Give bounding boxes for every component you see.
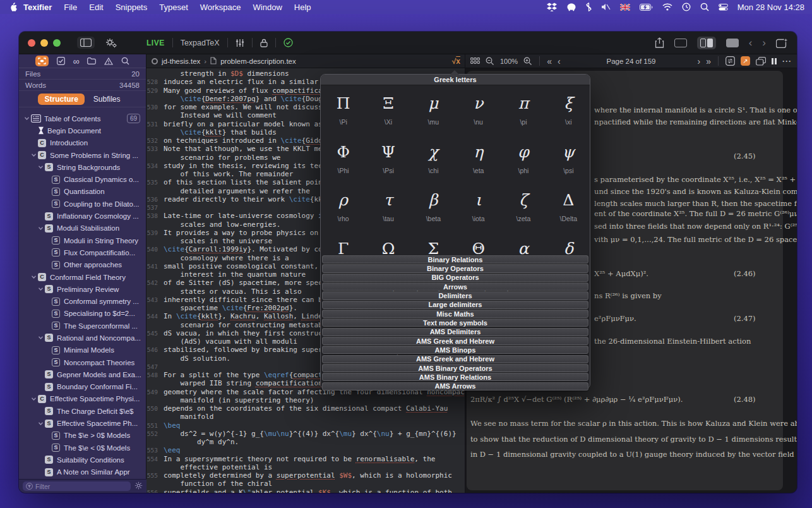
greek-symbol-delta[interactable]: Δ\Delta (546, 184, 591, 233)
search-icon[interactable] (121, 57, 129, 65)
toc-item-noncompact-theories[interactable]: SNoncompact Theories (19, 356, 146, 368)
toc-item-boundary-conformal-fi[interactable]: SBoundary Conformal Fi... (19, 381, 146, 393)
greek-symbol-phi[interactable]: φ\phi (501, 136, 546, 184)
toc-item-the-charge-deficit-e[interactable]: SThe Charge Deficit $\e$ (19, 405, 146, 417)
code-line[interactable]: 555completely determined by a superpoten… (146, 471, 465, 480)
toc-item-quantisation[interactable]: SQuantisation (19, 186, 146, 198)
toc-item-classical-dynamics-o[interactable]: SClassical Dynamics o... (19, 173, 146, 185)
last-page-icon[interactable]: » (706, 56, 711, 66)
menu-item-texifier[interactable]: Texifier (23, 3, 52, 12)
battery-charging-icon[interactable] (640, 4, 653, 11)
sidebar-settings-gear-icon[interactable] (134, 481, 143, 492)
sound-muted-icon[interactable] (601, 3, 611, 11)
toc-item-rational-and-noncompa[interactable]: SRational and Noncompa... (19, 332, 146, 344)
toc-item-flux-compactificatio[interactable]: SFlux Compactificatio... (19, 246, 146, 258)
toc-item-effective-spacetime-physi[interactable]: CEffective Spacetime Physi... (19, 393, 146, 405)
more-options-icon[interactable]: ··· (782, 57, 792, 66)
symbol-section-ams-binary-operators[interactable]: AMS Binary Operators (322, 364, 588, 372)
symbol-section-ams-delimiters[interactable]: AMS Delimiters (322, 328, 588, 336)
chevron-down-icon[interactable] (37, 226, 45, 231)
warnings-icon[interactable] (104, 57, 113, 65)
chevron-down-icon[interactable] (37, 421, 45, 426)
typeset-engine-label[interactable]: TexpadTeX (181, 39, 220, 47)
code-line[interactable]: effective potential is (146, 463, 465, 471)
next-page-icon[interactable]: › (698, 56, 701, 66)
toc-item-some-problems-in-string[interactable]: CSome Problems in String ... (19, 149, 146, 161)
symbol-grid-icon[interactable] (470, 57, 480, 64)
menu-clock[interactable]: Mon 28 Nov 14:28 (737, 3, 804, 12)
chevron-down-icon[interactable] (37, 286, 45, 292)
chevron-down-icon[interactable] (37, 335, 45, 341)
code-line[interactable]: 553\eeq (146, 446, 465, 454)
greek-symbol-psi[interactable]: Ψ\Psi (366, 136, 410, 184)
code-line[interactable]: manifold (146, 413, 465, 421)
toc-item-minimal-models[interactable]: SMinimal Models (19, 344, 146, 356)
apple-logo-icon[interactable] (9, 3, 17, 12)
dropbox-icon[interactable] (547, 3, 557, 11)
structure-scan-icon[interactable] (35, 56, 49, 66)
close-window-button[interactable] (28, 39, 35, 47)
toc-item-a-note-on-similar-appr[interactable]: SA Note on Similar Appr (19, 466, 146, 478)
filter-input[interactable] (35, 483, 128, 490)
zoom-in-icon[interactable] (523, 57, 532, 65)
symbol-section-text-mode-symbols[interactable]: Text mode symbols (322, 318, 588, 327)
toc-item-begin-document[interactable]: Begin Document (19, 124, 146, 136)
toc-item-specialising-to-d-2[interactable]: SSpecialising to $d=2... (19, 308, 146, 320)
mammoth-icon[interactable] (566, 3, 576, 11)
zoom-level[interactable]: 100% (500, 57, 518, 65)
toggle-sidebar-icon[interactable] (77, 37, 95, 49)
toc-item-conformal-field-theory[interactable]: CConformal Field Theory (19, 271, 146, 283)
symbol-section-binary-relations[interactable]: Binary Relations (322, 255, 588, 263)
spotlight-icon[interactable] (700, 3, 709, 11)
code-line[interactable]: 552 ds^2 = w(y)^{-1} g_{\mu\nu}^{(4)} dx… (146, 430, 465, 438)
toc-item-effective-spacetime-ph[interactable]: SEffective Spacetime Ph... (19, 417, 146, 429)
history-forward-icon[interactable]: › (762, 37, 766, 48)
toc-item-other-approaches[interactable]: SOther approaches (19, 259, 146, 271)
greek-symbol-chi[interactable]: χ\chi (411, 136, 456, 184)
symbol-section-delimiters[interactable]: Delimiters (322, 291, 588, 299)
chevron-down-icon[interactable] (30, 396, 38, 402)
view-split-button[interactable] (697, 37, 716, 49)
greek-symbol-beta[interactable]: β\beta (411, 184, 456, 233)
math-symbols-button[interactable]: √x (452, 57, 460, 66)
greek-symbol-xi[interactable]: Ξ\Xi (366, 87, 410, 136)
page-thumbnails-icon[interactable] (756, 57, 766, 66)
symbol-section-ams-greek-and-hebrew[interactable]: AMS Greek and Hebrew (322, 337, 588, 345)
sync-tex-icon[interactable] (725, 56, 735, 66)
greek-symbol-tau[interactable]: τ\tau (366, 184, 410, 233)
wifi-icon[interactable] (662, 3, 672, 11)
jump-to-source-icon[interactable]: ↗ (741, 56, 750, 66)
control-center-icon[interactable] (719, 4, 728, 11)
chevron-down-icon[interactable] (37, 164, 45, 170)
symbol-section-ams-binops[interactable]: AMS Binops (322, 346, 588, 354)
toc-item-inflationary-cosmology[interactable]: SInflationary Cosmology ... (19, 210, 146, 222)
breadcrumb-root[interactable]: jd-thesis.tex (162, 57, 200, 65)
symbol-section-binary-operators[interactable]: Binary Operators (322, 264, 588, 272)
greek-symbol-pi[interactable]: Π\Pi (321, 87, 366, 136)
zoom-window-button[interactable] (53, 39, 61, 47)
menu-item-help[interactable]: Help (294, 3, 311, 12)
new-window-icon[interactable] (776, 38, 788, 48)
symbol-section-ams-arrows[interactable]: AMS Arrows (322, 382, 588, 390)
toc-item-suitability-conditions[interactable]: SSuitability Conditions (19, 454, 146, 466)
toc-item-moduli-stabilisation[interactable]: SModuli Stabilisation (19, 222, 146, 234)
toc-item-gepner-models-and-exa[interactable]: SGepner Models and Exa... (19, 368, 146, 380)
greek-symbol-phi[interactable]: Φ\Phi (321, 136, 366, 184)
infinity-bib-icon[interactable]: ∞ (73, 56, 80, 66)
toc-item-the-e-0-models[interactable]: SThe $\e < 0$ Models (19, 442, 146, 454)
symbol-section-ams-greek-and-hebrew[interactable]: AMS Greek and Hebrew (322, 355, 588, 363)
typeset-options-sliders-icon[interactable] (236, 39, 244, 47)
lock-icon[interactable] (260, 39, 268, 47)
folder-icon[interactable] (87, 57, 96, 64)
code-line[interactable]: 556superfields and a K\"ahler potential … (146, 488, 465, 493)
chevron-down-icon[interactable] (30, 274, 38, 280)
chevron-down-icon[interactable] (23, 116, 31, 121)
first-page-icon[interactable]: « (547, 56, 552, 66)
zoom-out-icon[interactable] (486, 57, 494, 65)
previous-page-icon[interactable]: ‹ (558, 56, 561, 66)
code-line[interactable]: dy^m dy^n. (146, 438, 465, 446)
uk-keyboard-flag-icon[interactable] (620, 4, 630, 11)
menu-item-snippets[interactable]: Snippets (116, 3, 148, 12)
toc-item-coupling-to-the-dilato[interactable]: SCoupling to the Dilato... (19, 198, 146, 210)
menu-item-workspace[interactable]: Workspace (200, 3, 241, 12)
